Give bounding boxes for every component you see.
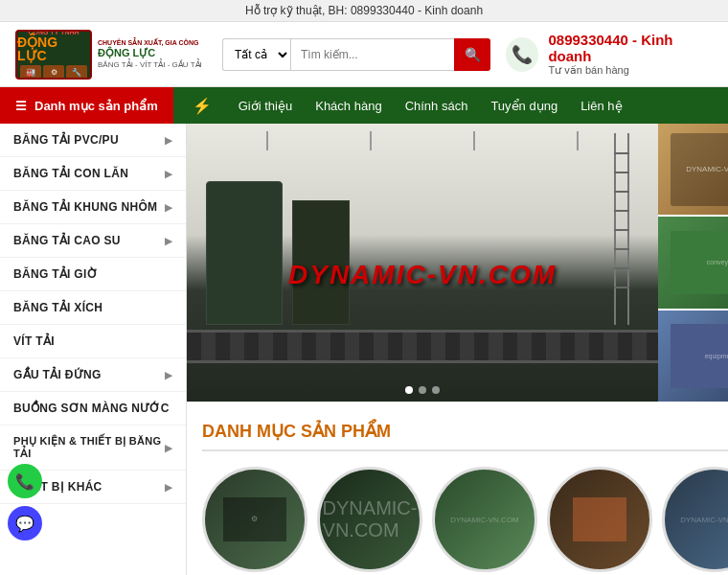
section-title: DANH MỤC SẢN PHẨM	[202, 421, 728, 451]
arrow-icon-3: ▶	[165, 236, 172, 246]
top-bar: Hỗ trợ kỹ thuật, BH: 0899330440 - Kinh d…	[0, 0, 728, 22]
nav-link-policy[interactable]: Chính sách	[394, 87, 480, 124]
search-icon: 🔍	[465, 47, 481, 62]
hero-thumbnails: DYNAMIC-VN.COM conveyor equipment	[658, 124, 728, 402]
thumb-1[interactable]: DYNAMIC-VN.COM	[658, 124, 728, 215]
logo-slogan-sub: BĂNG TẢI - VÍT TẢI - GẦU TẢI	[98, 60, 202, 69]
belt-strip	[187, 330, 658, 363]
thumb-2[interactable]: conveyor	[658, 217, 728, 308]
nav-link-about[interactable]: Giới thiệu	[227, 87, 304, 124]
products-section: DANH MỤC SẢN PHẨM ⚙ DYNAMIC-VN.COM	[187, 402, 728, 575]
nav-link-contact[interactable]: Liên hệ	[569, 87, 633, 124]
arrow-icon-0: ▶	[165, 135, 172, 146]
search-area: Tất cả 🔍	[222, 38, 490, 71]
thumb-1-img: DYNAMIC-VN.COM	[671, 133, 728, 206]
logo-brand: ĐỘNG LỰC	[17, 35, 90, 62]
arrow-icon-10: ▶	[165, 482, 172, 493]
sidebar-item-pvc[interactable]: BĂNG TẢI PVC/PU ▶	[0, 124, 186, 157]
hamburger-icon: ☰	[15, 99, 27, 113]
thumb-2-img: conveyor	[671, 231, 728, 295]
logo-area: CÔNG TY TNHH ĐỘNG LỰC 🏭 ⚙ 🔧 CHUYÊN SẢN X…	[15, 30, 207, 80]
ladder	[614, 133, 629, 325]
arrow-icon-7: ▶	[165, 370, 172, 380]
logo-box: CÔNG TY TNHH ĐỘNG LỰC 🏭 ⚙ 🔧	[15, 30, 92, 80]
search-button[interactable]: 🔍	[454, 38, 490, 71]
thumb-3-img: equipment	[671, 324, 728, 388]
machine-left	[206, 181, 283, 325]
sidebar-item-gau-tai[interactable]: GẦU TẢI ĐỨNG ▶	[0, 358, 186, 392]
product-circle-1[interactable]: ⚙	[202, 467, 307, 572]
top-bar-text: Hỗ trợ kỹ thuật, BH: 0899330440 - Kinh d…	[245, 4, 483, 17]
conveyor-visual: DYNAMIC-VN.COM	[187, 124, 658, 402]
dot-3[interactable]	[432, 386, 440, 394]
sidebar-item-xich[interactable]: BĂNG TẢI XÍCH	[0, 291, 186, 325]
arrow-icon-9: ▶	[165, 443, 172, 453]
float-messenger-button[interactable]: 💬	[8, 506, 42, 540]
main-content: BĂNG TẢI PVC/PU ▶ BĂNG TẢI CON LĂN ▶ BĂN…	[0, 124, 728, 575]
sidebar-item-gio[interactable]: BĂNG TẢI GIỜ	[0, 258, 186, 291]
ceiling-lights	[216, 131, 629, 150]
nav-menu-button[interactable]: ☰ Danh mục sản phẩm	[0, 87, 173, 124]
product-circle-4[interactable]	[547, 467, 652, 572]
arrow-icon-1: ▶	[165, 169, 172, 179]
logo-images: 🏭 ⚙ 🔧	[20, 65, 87, 80]
product-circles: ⚙ DYNAMIC-VN.COM DYNAMIC-VN.COM	[202, 467, 728, 575]
product-circle-5[interactable]: DYNAMIC-VN.COM	[662, 467, 728, 572]
nav-link-clients[interactable]: Khách hàng	[304, 87, 393, 124]
messenger-float-icon: 💬	[15, 515, 34, 533]
nav-bar: ☰ Danh mục sản phẩm ⚡ Giới thiệu Khách h…	[0, 87, 728, 124]
product-circle-3[interactable]: DYNAMIC-VN.COM	[432, 467, 537, 572]
thumb-3[interactable]: equipment	[658, 310, 728, 402]
nav-lightning-icon[interactable]: ⚡	[181, 87, 223, 124]
slider-dots	[405, 386, 440, 394]
logo-img-2: ⚙	[43, 65, 64, 80]
search-category-select[interactable]: Tất cả	[222, 38, 290, 71]
contact-label: Tư vấn bán hàng	[548, 64, 713, 77]
arrow-icon-2: ▶	[165, 202, 172, 213]
logo-img-3: 🔧	[66, 65, 87, 80]
float-phone-button[interactable]: 📞	[8, 464, 42, 498]
product-circle-2[interactable]: DYNAMIC-VN.COM	[317, 467, 422, 572]
logo-img-1: 🏭	[20, 65, 41, 80]
phone-float-icon: 📞	[15, 472, 34, 491]
sidebar-item-con-lan[interactable]: BĂNG TẢI CON LĂN ▶	[0, 157, 186, 191]
hero-wrapper: DYNAMIC-VN.COM DYNAMIC-VN.COM	[187, 124, 728, 575]
logo-tagline: CHUYÊN SẢN XUẤT, GIA CÔNG ĐỘNG LỰC BĂNG …	[98, 39, 202, 68]
header: CÔNG TY TNHH ĐỘNG LỰC 🏭 ⚙ 🔧 CHUYÊN SẢN X…	[0, 22, 728, 87]
dot-2[interactable]	[419, 386, 426, 394]
sidebar-item-vit-tai[interactable]: VÍT TẢI	[0, 325, 186, 358]
contact-area: 📞 0899330440 - Kinh doanh Tư vấn bán hàn…	[506, 32, 713, 77]
hero-watermark: DYNAMIC-VN.COM	[288, 260, 557, 290]
phone-icon: 📞	[512, 44, 533, 65]
nav-links: ⚡ Giới thiệu Khách hàng Chính sách Tuyển…	[173, 87, 634, 124]
contact-info: 0899330440 - Kinh doanh Tư vấn bán hàng	[548, 32, 713, 77]
sidebar-item-buong-son[interactable]: BUỒNG SƠN MÀNG NƯỚC	[0, 392, 186, 426]
sidebar-item-cao-su[interactable]: BĂNG TẢI CAO SU ▶	[0, 224, 186, 258]
sidebar-item-khung-nhom[interactable]: BĂNG TẢI KHUNG NHÔM ▶	[0, 191, 186, 224]
contact-phone[interactable]: 0899330440 - Kinh doanh	[548, 32, 713, 64]
nav-link-recruitment[interactable]: Tuyển dụng	[479, 87, 569, 124]
hero-row: DYNAMIC-VN.COM DYNAMIC-VN.COM	[187, 124, 728, 402]
search-input[interactable]	[290, 38, 454, 71]
phone-icon-circle: 📞	[506, 37, 538, 72]
logo-brand-large: ĐỘNG LỰC	[98, 47, 202, 59]
hero-slider[interactable]: DYNAMIC-VN.COM	[187, 124, 658, 402]
nav-menu-label: Danh mục sản phẩm	[34, 99, 158, 113]
dot-1[interactable]	[405, 386, 413, 394]
